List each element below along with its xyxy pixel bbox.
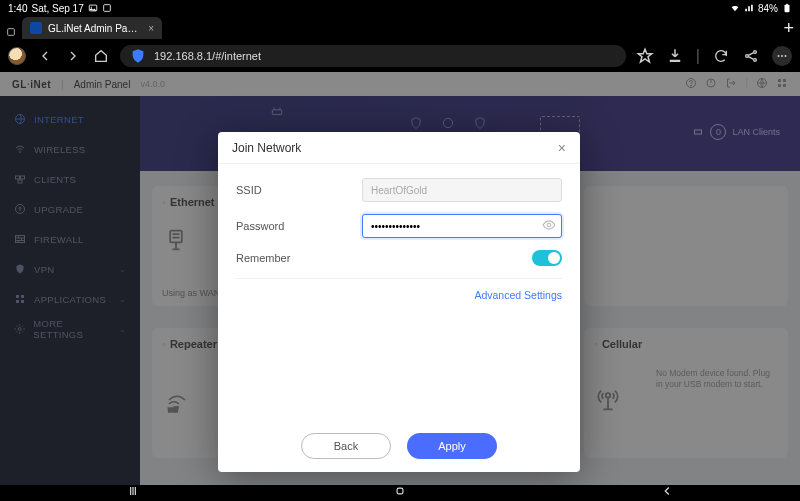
divider [236,278,562,279]
svg-point-7 [746,55,749,58]
close-icon[interactable]: × [558,140,566,156]
field-ssid: SSID [236,178,562,202]
remember-label: Remember [236,252,316,264]
share-icon[interactable] [742,47,760,65]
browser-tab[interactable]: GL.iNet Admin Pan… × [22,17,162,39]
join-network-modal: Join Network × SSID Password Remember [218,132,580,472]
modal-header: Join Network × [218,132,580,164]
ssid-label: SSID [236,184,316,196]
back-button[interactable] [660,484,674,501]
shield-icon [130,48,146,64]
android-navbar [0,485,800,501]
svg-point-10 [778,55,780,57]
android-status-bar: 1:40 Sat, Sep 17 84% [0,0,800,16]
signal-icon [744,3,754,13]
download-icon[interactable] [666,47,684,65]
field-password: Password [236,214,562,238]
apply-button[interactable]: Apply [407,433,497,459]
remember-toggle[interactable] [532,250,562,266]
advanced-settings-link[interactable]: Advanced Settings [236,289,562,301]
menu-button[interactable] [772,46,792,66]
tabs-icon[interactable] [6,23,16,33]
url-text: 192.168.8.1/#/internet [154,50,261,62]
svg-rect-6 [670,60,681,62]
battery-pct: 84% [758,3,778,14]
back-button[interactable] [36,47,54,65]
back-button[interactable]: Back [301,433,391,459]
clock: 1:40 [8,3,27,14]
eye-icon[interactable] [542,218,556,234]
address-bar[interactable]: 192.168.8.1/#/internet [120,45,626,67]
image-icon [88,3,98,13]
svg-rect-41 [397,488,403,494]
screenshot-icon [102,3,112,13]
svg-point-40 [547,223,551,227]
home-button[interactable] [92,47,110,65]
tab-title: GL.iNet Admin Pan… [48,23,142,34]
home-button[interactable] [393,484,407,501]
svg-rect-3 [785,5,790,13]
svg-point-8 [754,51,757,54]
battery-icon [782,3,792,13]
star-icon[interactable] [636,47,654,65]
svg-rect-5 [8,29,15,36]
recents-button[interactable] [126,484,140,501]
svg-point-11 [781,55,783,57]
close-tab-icon[interactable]: × [148,23,154,34]
ssid-input [362,178,562,202]
new-tab-button[interactable]: + [783,18,794,39]
page-viewport: GL·iNet | Admin Panel v4.0.0 | INTERNET … [0,72,800,485]
field-remember: Remember [236,250,562,266]
svg-point-12 [785,55,787,57]
svg-rect-4 [786,4,788,5]
password-input[interactable] [362,214,562,238]
profile-avatar[interactable] [8,47,26,65]
modal-footer: Back Apply [218,426,580,472]
wifi-icon [730,3,740,13]
password-label: Password [236,220,316,232]
svg-point-1 [90,7,91,8]
forward-button[interactable] [64,47,82,65]
browser-tabstrip: GL.iNet Admin Pan… × + [0,16,800,40]
modal-title: Join Network [232,141,301,155]
svg-point-9 [754,59,757,62]
refresh-icon[interactable] [712,47,730,65]
browser-toolbar: 192.168.8.1/#/internet | [0,40,800,72]
svg-rect-2 [103,5,110,12]
favicon [30,22,42,34]
date: Sat, Sep 17 [31,3,83,14]
